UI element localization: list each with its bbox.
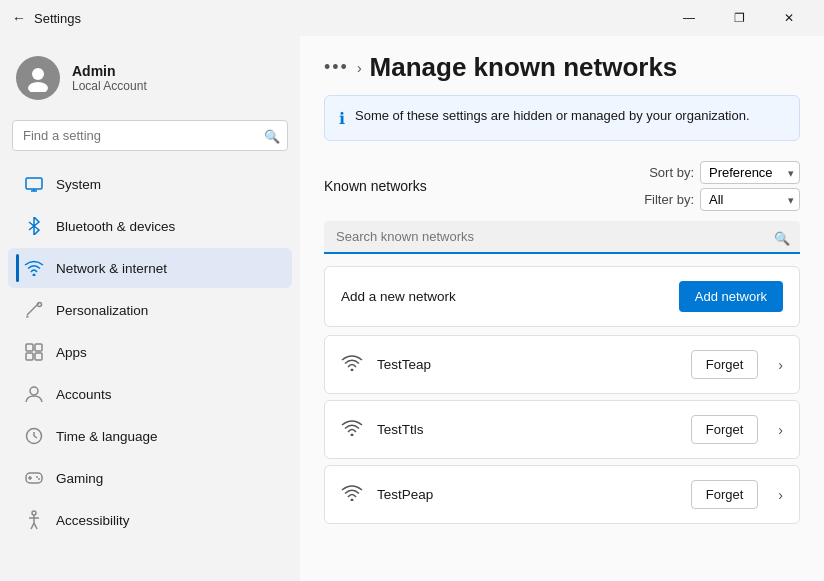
svg-point-5 (33, 274, 36, 277)
breadcrumb-arrow: › (357, 60, 362, 76)
networks-header: Known networks Sort by: Preference Name … (324, 161, 800, 211)
nav-label-network: Network & internet (56, 261, 167, 276)
network-name-testttls: TestTtls (377, 422, 677, 437)
nav-item-time[interactable]: Time & language (8, 416, 292, 456)
accessibility-icon (24, 510, 44, 530)
svg-point-27 (351, 434, 354, 437)
filter-dropdown-wrap: All Wi-Fi Ethernet (700, 188, 800, 211)
nav-label-apps: Apps (56, 345, 87, 360)
svg-point-12 (30, 387, 38, 395)
chevron-right-testpeap[interactable]: › (778, 487, 783, 503)
forget-button-testteap[interactable]: Forget (691, 350, 759, 379)
app-title: Settings (34, 11, 81, 26)
sort-filter-row: Sort by: Preference Name Filter by: (644, 161, 800, 211)
page-header: ••• › Manage known networks (300, 36, 824, 95)
svg-point-20 (38, 478, 40, 480)
svg-rect-2 (26, 178, 42, 189)
apps-icon (24, 342, 44, 362)
filter-by-row: Filter by: All Wi-Fi Ethernet (644, 188, 800, 211)
add-network-button[interactable]: Add network (679, 281, 783, 312)
forget-button-testpeap[interactable]: Forget (691, 480, 759, 509)
filter-dropdown[interactable]: All Wi-Fi Ethernet (700, 188, 800, 211)
sort-dropdown[interactable]: Preference Name (700, 161, 800, 184)
gaming-icon (24, 468, 44, 488)
info-text: Some of these settings are hidden or man… (355, 108, 750, 123)
search-box: 🔍 (12, 120, 288, 151)
title-bar: ← Settings — ❐ ✕ (0, 0, 824, 36)
nav-label-personalization: Personalization (56, 303, 148, 318)
info-banner: ℹ Some of these settings are hidden or m… (324, 95, 800, 141)
wifi-icon-testpeap (341, 483, 363, 506)
svg-point-7 (38, 303, 42, 307)
search-network-icon: 🔍 (774, 230, 790, 245)
filter-by-label: Filter by: (644, 192, 694, 207)
avatar (16, 56, 60, 100)
svg-rect-8 (26, 344, 33, 351)
network-icon (24, 258, 44, 278)
chevron-right-testteap[interactable]: › (778, 357, 783, 373)
window-controls: — ❐ ✕ (666, 2, 812, 34)
search-input[interactable] (12, 120, 288, 151)
user-section: Admin Local Account (0, 44, 300, 120)
nav-item-accounts[interactable]: Accounts (8, 374, 292, 414)
sort-by-row: Sort by: Preference Name (649, 161, 800, 184)
svg-point-0 (32, 68, 44, 80)
network-item-testttls: TestTtls Forget › (324, 400, 800, 459)
nav-label-bluetooth: Bluetooth & devices (56, 219, 175, 234)
svg-point-28 (351, 499, 354, 502)
nav-item-network[interactable]: Network & internet (8, 248, 292, 288)
user-role: Local Account (72, 79, 147, 93)
svg-line-24 (31, 523, 34, 529)
time-icon (24, 426, 44, 446)
sort-dropdown-wrap: Preference Name (700, 161, 800, 184)
wifi-icon-testttls (341, 418, 363, 441)
user-info: Admin Local Account (72, 63, 147, 93)
main-content: ••• › Manage known networks ℹ Some of th… (300, 36, 824, 581)
page-title: Manage known networks (370, 52, 678, 83)
svg-point-21 (32, 511, 36, 515)
forget-button-testttls[interactable]: Forget (691, 415, 759, 444)
network-item-testpeap: TestPeap Forget › (324, 465, 800, 524)
close-button[interactable]: ✕ (766, 2, 812, 34)
svg-rect-11 (35, 353, 42, 360)
minimize-button[interactable]: — (666, 2, 712, 34)
nav-label-time: Time & language (56, 429, 158, 444)
breadcrumb-dots[interactable]: ••• (324, 57, 349, 78)
svg-point-26 (351, 369, 354, 372)
search-icon: 🔍 (264, 128, 280, 143)
nav-item-apps[interactable]: Apps (8, 332, 292, 372)
nav-item-system[interactable]: System (8, 164, 292, 204)
accounts-icon (24, 384, 44, 404)
svg-rect-9 (35, 344, 42, 351)
network-name-testteap: TestTeap (377, 357, 677, 372)
add-network-label: Add a new network (341, 289, 456, 304)
nav-label-accounts: Accounts (56, 387, 112, 402)
svg-point-1 (28, 82, 48, 92)
chevron-right-testttls[interactable]: › (778, 422, 783, 438)
sidebar: Admin Local Account 🔍 System (0, 36, 300, 581)
nav-label-gaming: Gaming (56, 471, 103, 486)
search-network-box: 🔍 (324, 221, 800, 254)
personalization-icon (24, 300, 44, 320)
nav-item-gaming[interactable]: Gaming (8, 458, 292, 498)
back-icon[interactable]: ← (12, 10, 26, 26)
wifi-icon-testteap (341, 353, 363, 376)
content-area: ℹ Some of these settings are hidden or m… (300, 95, 824, 581)
search-network-input[interactable] (324, 221, 800, 254)
nav-item-bluetooth[interactable]: Bluetooth & devices (8, 206, 292, 246)
sort-by-label: Sort by: (649, 165, 694, 180)
nav-label-accessibility: Accessibility (56, 513, 130, 528)
add-network-row: Add a new network Add network (324, 266, 800, 327)
svg-line-25 (34, 523, 37, 529)
restore-button[interactable]: ❐ (716, 2, 762, 34)
bluetooth-icon (24, 216, 44, 236)
svg-rect-10 (26, 353, 33, 360)
svg-line-15 (34, 436, 37, 438)
system-icon (24, 174, 44, 194)
title-bar-left: ← Settings (12, 10, 81, 26)
svg-point-19 (36, 476, 38, 478)
nav-item-accessibility[interactable]: Accessibility (8, 500, 292, 540)
nav-item-personalization[interactable]: Personalization (8, 290, 292, 330)
network-item-testteap: TestTeap Forget › (324, 335, 800, 394)
nav-label-system: System (56, 177, 101, 192)
